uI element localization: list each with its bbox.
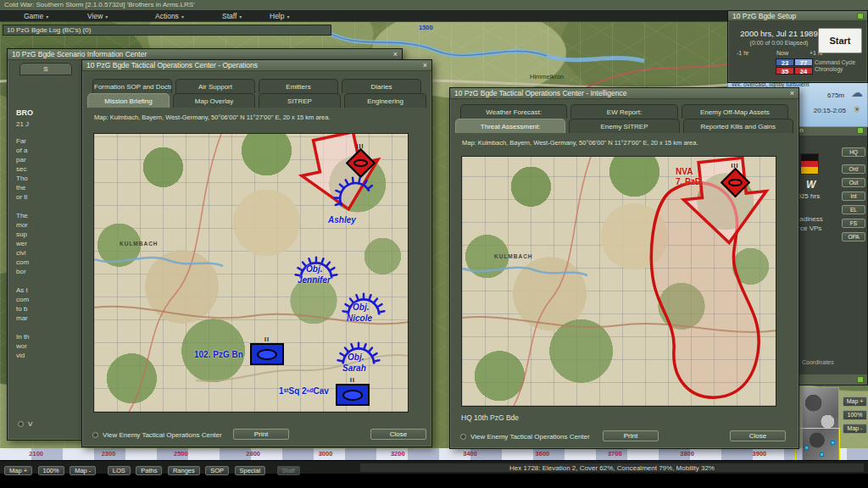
minimap-zoom-level[interactable]: 100% [843,410,867,420]
app-title-bar: Cold War: Southern Storm [2.1.0.5732d] '… [0,0,868,10]
friendly-strength-row: 23 77 [776,58,813,66]
enemy-strength-row: 35 24 [776,67,813,75]
setup-title-bar[interactable]: 10 PzG Bgde Setup [728,11,867,21]
ops-view-enemy-checkbox[interactable]: View Enemy Tactical Operations Center [92,431,222,439]
chevron-down-icon: ▾ [46,14,48,19]
menu-staff[interactable]: Staff▾ [222,10,242,22]
intel-window-title-bar[interactable]: 10 PzG Bgde Tactical Operations Center -… [450,88,798,99]
menu-view[interactable]: View▾ [87,10,108,22]
toolbar-zoom-level[interactable]: 100% [38,466,64,475]
toolbar-map-zoom-in[interactable]: Map + [4,466,32,475]
tab-enemy-offmap[interactable]: Enemy Off-Map Assets [682,104,788,119]
radio-icon[interactable] [92,432,98,438]
minimap[interactable] [802,387,839,463]
staff-button-out[interactable]: Out [842,178,865,187]
ops-briefing-map: KULMBACH III Ashley Obj. J [93,133,409,413]
intel-threat-map: KULMBACH NVA 7. PzD III [461,156,776,407]
objective-label: Nicole [347,313,372,323]
close-icon[interactable]: × [391,50,400,58]
close-icon[interactable]: × [787,89,797,97]
hq-identifier: HQ 10th PzG Bde [461,413,519,422]
tab-emitters[interactable]: Emitters [259,79,338,93]
tab-mission-briefing[interactable]: Mission Briefing [87,93,170,108]
command-cycle-chronology: Command Cycle Chronology [815,59,864,73]
start-button[interactable]: Start [818,28,862,53]
minimap-unit-dot [831,441,835,445]
radio-icon[interactable] [460,434,466,440]
enemy-unit-symbol[interactable]: III [721,164,749,193]
nation-letter: W [806,179,815,191]
tab-threat-assessment[interactable]: Threat Assessment: [455,119,565,133]
panel-icon[interactable] [857,376,864,383]
staff-button-hq[interactable]: HQ [842,147,865,157]
tab-enemy-sitrep[interactable]: Enemy SITREP [569,119,679,133]
radio-icon[interactable] [18,421,24,427]
minimap-unit-dot [820,452,824,457]
friendly-value-left: 23 [776,58,794,66]
chevron-down-icon: ▾ [287,14,289,19]
log-strip[interactable]: 10 PzG Bgde Log (BC's) (0) [3,25,331,36]
panel-icon[interactable] [857,127,864,134]
tab-reported-kills[interactable]: Reported Kills and Gains [683,119,793,133]
game-screen: Cold War: Southern Storm [2.1.0.5732d] '… [0,0,868,488]
toolbar-los-button[interactable]: LOS [108,466,131,475]
staff-button-int[interactable]: Int [842,191,865,201]
tab-weather-forecast[interactable]: Weather Forecast: [460,104,567,119]
setup-panel: 10 PzG Bgde Setup 2000 hrs, Jul 21 1989 … [727,10,868,83]
elapsed-time: (0:00 of 0:00 Elapsed) [733,40,825,46]
scenario-tab[interactable]: S [19,63,72,75]
staff-button-el[interactable]: EL [842,205,865,214]
tab-formation-sop[interactable]: Formation SOP and Doctrine [92,79,172,93]
objective-label: Sarah [342,363,366,373]
ops-print-button[interactable]: Print [233,429,289,440]
minimap-zoom-in-button[interactable]: Map + [843,396,867,407]
chevron-down-icon: ▾ [239,14,242,19]
toolbar-map-zoom-out[interactable]: Map - [70,466,96,475]
intel-map-caption: Map: Kulmbach, Bayern, West-Germany, 50°… [450,133,798,147]
friendly-unit-symbol[interactable]: II [334,378,371,406]
intel-close-button[interactable]: Close [730,430,786,441]
toolbar-staff-button[interactable]: Staff [277,466,300,475]
tab-engineering[interactable]: Engineering [344,93,426,108]
ops-close-button[interactable]: Close [370,429,426,440]
minus-hour-button[interactable]: -1 hr [737,50,748,56]
close-icon[interactable]: × [420,61,430,69]
briefing-heading: BRO [16,108,33,117]
staff-button-opa[interactable]: OPA [842,232,865,241]
menu-actions[interactable]: Actions▾ [155,10,184,22]
intel-print-button[interactable]: Print [603,430,659,441]
tab-sitrep[interactable]: SITREP [259,93,341,108]
toolbar-ranges-button[interactable]: Ranges [168,466,200,475]
tab-map-overlay[interactable]: Map Overlay [173,93,255,108]
scenario-checkbox[interactable]: V [18,420,32,428]
menu-game[interactable]: Game▾ [24,10,48,22]
ops-window-title-bar[interactable]: 10 PzG Bgde Tactical Operations Center -… [82,60,431,71]
intel-view-enemy-checkbox[interactable]: View Enemy Tactical Operations Center [460,433,590,441]
german-flag-icon [800,153,819,175]
cloud-icon: ☁ [851,86,863,99]
toolbar-sop-button[interactable]: SOP [205,466,229,475]
toolbar-paths-button[interactable]: Paths [136,466,162,475]
staff-button-ord[interactable]: Ord [842,164,865,174]
ops-tab-row-front: Mission Briefing Map Overlay SITREP Engi… [86,93,428,108]
chevron-down-icon: ▾ [105,14,108,19]
minimap-unit-dot [804,446,809,450]
friendly-unit-symbol[interactable]: II [248,337,286,365]
map-town-label: KULMBACH [494,253,533,259]
staff-button-fs[interactable]: FS [842,219,865,228]
sun-icon: ☀ [853,104,861,115]
panel-icon[interactable] [857,13,864,19]
tab-diaries[interactable]: Diaries [342,79,421,93]
tab-air-support[interactable]: Air Support [175,79,255,93]
tab-ew-report[interactable]: EW Report: [570,104,677,119]
objective-label: Obj. [348,352,364,362]
axis-label-ashley: Ashley [328,215,356,225]
menu-help[interactable]: Help▾ [270,10,290,22]
objective-label: Obj. [353,302,369,312]
minimap-zoom-out-button[interactable]: Map - [843,424,867,434]
now-label: Now [776,50,788,56]
ops-map-caption: Map: Kulmbach, Bayern, West-Germany, 50°… [82,108,431,121]
toolbar-special-button[interactable]: Special [235,466,266,475]
ops-toc-window: 10 PzG Bgde Tactical Operations Center -… [81,59,432,447]
ops-tab-row-back: Formation SOP and Doctrine Air Support E… [91,79,423,93]
